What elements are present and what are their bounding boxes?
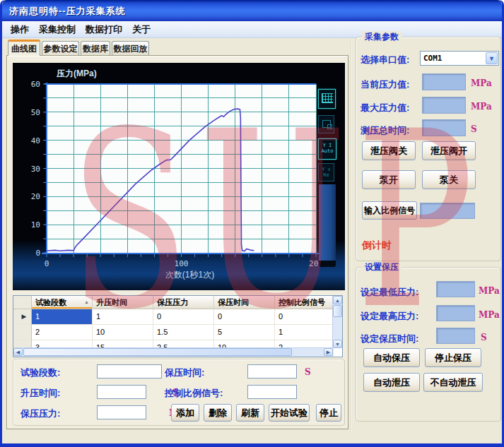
cell[interactable]: 0 [153, 309, 214, 325]
add-button[interactable]: 添加 [171, 404, 199, 422]
no-auto-release-button[interactable]: 不自动泄压 [423, 373, 483, 392]
row-marker-icon[interactable]: ▶ [13, 309, 32, 325]
chart-side-slider-cap [319, 261, 336, 267]
segment-input[interactable] [97, 364, 162, 379]
rescale-icon[interactable]: Y s Re [318, 163, 334, 181]
header-hold-time[interactable]: 保压时间 [214, 296, 275, 309]
max-hold-pressure-unit: MPa [479, 310, 500, 320]
svg-text:0: 0 [45, 259, 49, 268]
header-segment[interactable]: 试验段数▲ [32, 296, 93, 309]
hold-time-input[interactable] [247, 364, 297, 379]
segments-table: 试验段数▲ 升压时间 保压压力 保压时间 控制比例信号 ▶ 1 1 0 0 0 … [13, 295, 343, 357]
scroll-down-icon[interactable]: ▼ [333, 340, 342, 348]
stop-hold-button[interactable]: 停止保压 [425, 348, 481, 367]
serial-port-select[interactable]: COM1 ▼ [420, 51, 499, 66]
svg-text:30: 30 [31, 165, 40, 174]
segment-form: 试验段数: 升压时间: S 保压压力: MPa 保压时间: S 控制比例信号: … [13, 359, 345, 426]
acquisition-params-group: 采集参数 选择串口值: COM1 ▼ 当前压力值: MPa 最大压力值: MPa… [356, 37, 501, 261]
scroll-left-icon[interactable]: ◀ [13, 348, 23, 356]
table-row[interactable]: ▶ 1 1 0 0 0 [13, 309, 342, 325]
hold-time-unit: S [305, 367, 311, 377]
hold-time-setting-value[interactable] [436, 328, 475, 344]
rescale-line2: Re [319, 172, 334, 178]
pump-on-button[interactable]: 泵开 [362, 170, 416, 189]
tab-parameters[interactable]: 参数设定 [42, 41, 79, 56]
start-test-button[interactable]: 开始试验 [269, 404, 310, 422]
chevron-down-icon[interactable]: ▼ [486, 52, 498, 64]
chart-side-slider[interactable] [319, 184, 336, 261]
header-ratio-signal[interactable]: 控制比例信号 [275, 296, 334, 309]
auto-release-button[interactable]: 自动泄压 [363, 373, 420, 392]
max-hold-pressure-label: 设定最高压力: [361, 310, 418, 323]
svg-text:50: 50 [31, 108, 40, 117]
menu-about[interactable]: 关于 [130, 21, 158, 38]
pump-off-button[interactable]: 泵关 [422, 170, 476, 189]
hold-settings-group: 设置保压 设定最低压力: MPa 设定最高压力: MPa 设定保压时间: S 自… [356, 267, 501, 422]
menu-acquisition-control[interactable]: 采集控制 [37, 21, 83, 38]
cell[interactable]: 0 [214, 309, 275, 325]
menu-data-print[interactable]: 数据打印 [83, 21, 130, 38]
relief-valve-open-button[interactable]: 泄压阀开 [422, 141, 476, 160]
hold-time-label: 保压时间: [165, 366, 204, 379]
max-pressure-label: 最大压力值: [361, 102, 409, 114]
y-auto-icon[interactable]: Y I Auto [318, 138, 336, 160]
input-ratio-signal-button[interactable]: 输入比例信号 [362, 201, 417, 220]
hscroll-thumb[interactable] [23, 348, 292, 356]
delete-button[interactable]: 删除 [204, 404, 232, 422]
max-hold-pressure-value[interactable] [436, 305, 475, 321]
pressure-chart: 01002000102030405060压力(MPa)次数(1秒1次) [13, 63, 345, 290]
auto-hold-button[interactable]: 自动保压 [363, 348, 420, 367]
horizontal-scrollbar[interactable]: ◀ ▶ [13, 347, 333, 357]
tab-playback[interactable]: 数据回放 [112, 41, 149, 56]
stop-button[interactable]: 停止 [316, 404, 341, 422]
y-auto-line1: Y I [319, 143, 336, 148]
grid-icon[interactable] [318, 89, 336, 109]
cell[interactable]: 1 [93, 309, 153, 325]
ratio-signal-value[interactable] [420, 203, 475, 219]
table-header-row: 试验段数▲ 升压时间 保压压力 保压时间 控制比例信号 [13, 296, 342, 309]
serial-port-value: COM1 [423, 54, 443, 63]
header-rise-time[interactable]: 升压时间 [93, 296, 153, 309]
svg-text:100: 100 [175, 259, 189, 268]
cell[interactable]: 1 [32, 309, 93, 325]
relief-valve-close-button[interactable]: 泄压阀关 [362, 141, 416, 160]
min-pressure-unit: MPa [479, 286, 500, 296]
hold-pressure-input[interactable] [97, 405, 146, 419]
current-pressure-value[interactable] [422, 73, 466, 90]
ratio-signal-input[interactable] [247, 385, 297, 399]
vscroll-thumb[interactable] [333, 305, 342, 317]
scroll-right-icon[interactable]: ▶ [324, 348, 333, 356]
svg-text:次数(1秒1次): 次数(1秒1次) [165, 270, 214, 280]
header-hold-pressure[interactable]: 保压压力 [153, 296, 214, 309]
zoom-box-icon[interactable] [318, 115, 334, 133]
total-time-unit: S [471, 124, 477, 134]
rise-time-input[interactable] [97, 385, 146, 399]
scroll-up-icon[interactable]: ▲ [333, 296, 342, 304]
curve-tab-page: 01002000102030405060压力(MPa)次数(1秒1次) Y I … [6, 55, 348, 429]
y-auto-line2: Auto [319, 148, 336, 154]
current-pressure-label: 当前压力值: [361, 78, 409, 91]
tab-curve[interactable]: 曲线图 [8, 40, 40, 56]
app-window: 济南思明特--压力采集系统 操作 采集控制 数据打印 关于 曲线图 参数设定 数… [0, 0, 504, 447]
menu-operation[interactable]: 操作 [8, 21, 37, 38]
title-bar[interactable]: 济南思明特--压力采集系统 [2, 0, 502, 21]
cell[interactable]: 1 [275, 325, 334, 340]
cell[interactable]: 5 [214, 325, 275, 340]
max-pressure-value[interactable] [422, 97, 466, 114]
segment-label: 试验段数: [20, 366, 60, 379]
cell[interactable]: 10 [93, 325, 153, 340]
min-pressure-value[interactable] [436, 281, 475, 297]
row-selector[interactable] [13, 325, 32, 340]
cell[interactable]: 2 [32, 325, 93, 340]
sort-arrow-icon: ▲ [84, 299, 89, 304]
acquisition-params-title: 采集参数 [362, 31, 402, 43]
cell[interactable]: 1.5 [153, 325, 214, 340]
current-pressure-unit: MPa [471, 78, 492, 88]
chart-container: 01002000102030405060压力(MPa)次数(1秒1次) Y I … [13, 63, 345, 290]
tab-database[interactable]: 数据库 [81, 41, 110, 56]
refresh-button[interactable]: 刷新 [236, 404, 264, 422]
vertical-scrollbar[interactable]: ▲ ▼ [332, 296, 342, 348]
total-time-value[interactable] [422, 119, 466, 136]
table-row[interactable]: 2 10 1.5 5 1 [13, 325, 342, 340]
cell[interactable]: 0 [275, 309, 334, 325]
